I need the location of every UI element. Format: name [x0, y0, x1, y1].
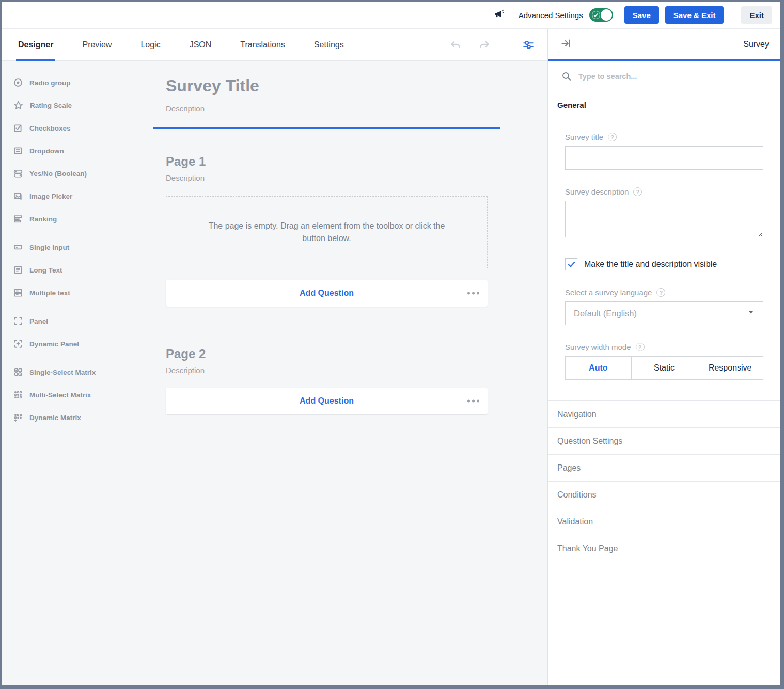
save-button[interactable]: Save [624, 6, 659, 24]
survey-language-label: Select a survey language ? [565, 288, 763, 297]
question-type-menu-icon[interactable] [467, 400, 479, 403]
save-and-exit-button[interactable]: Save & Exit [665, 6, 724, 24]
tab-settings[interactable]: Settings [312, 29, 346, 60]
help-icon: ? [608, 133, 617, 141]
collapse-panel-icon[interactable] [560, 38, 572, 51]
section-pages[interactable]: Pages [548, 455, 780, 482]
advanced-settings-label: Advanced Settings [519, 11, 583, 20]
toolbar-divider [507, 29, 507, 60]
toolbox-item-single-input[interactable]: Single input [13, 236, 149, 259]
toolbox-item-ranking[interactable]: Ranking [13, 207, 149, 230]
toggle-check-icon [592, 11, 600, 19]
boolean-icon [13, 169, 23, 178]
property-search-input[interactable] [578, 72, 780, 81]
property-panel-header: Survey [548, 29, 780, 61]
section-question-settings[interactable]: Question Settings [548, 428, 780, 455]
property-accordion: Navigation Question Settings Pages Condi… [548, 400, 780, 562]
exit-button[interactable]: Exit [741, 6, 772, 24]
property-panel: Survey General Survey title ? Survey des… [547, 29, 780, 685]
title-visibility-checkbox-row[interactable]: Make the title and description visible [565, 258, 763, 270]
toolbox-item-panel[interactable]: Panel [13, 310, 149, 332]
add-question-button[interactable]: Add Question [300, 289, 354, 298]
checkbox-checked-icon[interactable] [565, 258, 577, 270]
page-2-title[interactable]: Page 2 [166, 347, 500, 361]
page-2-add-question-card: Add Question [166, 388, 488, 414]
toolbox-item-checkboxes[interactable]: Checkboxes [13, 117, 149, 139]
page-1-title[interactable]: Page 1 [166, 154, 500, 169]
survey-description-input[interactable] [565, 201, 763, 237]
advanced-settings-toggle[interactable] [589, 8, 613, 22]
dropdown-icon [13, 146, 23, 155]
section-thank-you-page[interactable]: Thank You Page [548, 535, 780, 562]
tab-json[interactable]: JSON [187, 29, 214, 60]
image-picker-icon [13, 191, 23, 201]
undo-icon[interactable] [449, 29, 462, 60]
top-action-bar: Advanced Settings Save Save & Exit Exit [2, 2, 780, 29]
radio-group-icon [13, 78, 23, 87]
toolbox-item-rating-scale[interactable]: Rating Scale [13, 94, 149, 117]
toolbox-item-radio-group[interactable]: Radio group [13, 71, 149, 94]
page-1-empty-dropzone[interactable]: The page is empty. Drag an element from … [166, 196, 488, 268]
property-search-row [548, 61, 780, 92]
toolbox-item-long-text[interactable]: Long Text [13, 259, 149, 281]
section-general[interactable]: General [548, 92, 780, 118]
single-select-matrix-icon [13, 367, 23, 377]
general-section-content: Survey title ? Survey description ? Make… [548, 118, 780, 400]
dynamic-matrix-icon [13, 413, 23, 422]
ranking-icon [13, 214, 23, 223]
title-visibility-checkbox-label: Make the title and description visible [584, 260, 717, 269]
help-icon: ? [636, 343, 645, 351]
toolbox-item-dropdown[interactable]: Dropdown [13, 139, 149, 162]
toolbox-item-boolean[interactable]: Yes/No (Boolean) [13, 162, 149, 185]
page-2-block: Page 2 Description Add Question [153, 347, 500, 414]
help-icon: ? [633, 187, 642, 196]
multiple-text-icon [13, 288, 23, 297]
search-icon [561, 71, 572, 82]
tab-designer[interactable]: Designer [16, 29, 55, 60]
rating-scale-icon [13, 101, 23, 110]
tab-preview[interactable]: Preview [80, 29, 114, 60]
survey-width-mode-label: Survey width mode ? [565, 343, 763, 351]
toolbox-divider [13, 358, 37, 358]
add-question-button[interactable]: Add Question [300, 396, 354, 406]
survey-title[interactable]: Survey Title [166, 76, 500, 95]
property-grid-settings-icon[interactable] [522, 29, 535, 60]
page-2-description[interactable]: Description [166, 366, 500, 375]
redo-icon[interactable] [478, 29, 491, 60]
survey-description[interactable]: Description [166, 104, 500, 113]
chevron-down-icon [747, 309, 755, 318]
survey-language-select[interactable]: Default (English) [565, 301, 763, 325]
tab-logic[interactable]: Logic [138, 29, 162, 60]
toolbox-item-multiple-text[interactable]: Multiple text [13, 281, 149, 304]
toolbox-item-dynamic-panel[interactable]: Dynamic Panel [13, 332, 149, 355]
survey-description-label: Survey description ? [565, 187, 763, 196]
survey-canvas: Survey Title Description Page 1 Descript… [149, 61, 547, 685]
survey-title-input[interactable] [565, 146, 763, 170]
checkboxes-icon [13, 123, 23, 133]
survey-creator-window: Advanced Settings Save Save & Exit Exit … [2, 2, 780, 685]
toolbox-item-multi-select-matrix[interactable]: Multi-Select Matrix [13, 383, 149, 406]
section-navigation[interactable]: Navigation [548, 401, 780, 428]
width-mode-static-button[interactable]: Static [631, 357, 697, 379]
width-mode-auto-button[interactable]: Auto [566, 357, 631, 379]
toolbox-divider [13, 307, 37, 307]
design-surface: Radio group Rating Scale Checkboxes Drop… [2, 61, 547, 685]
section-validation[interactable]: Validation [548, 508, 780, 535]
page-1-block: Page 1 Description The page is empty. Dr… [153, 154, 500, 307]
page-1-description[interactable]: Description [166, 173, 500, 182]
survey-header-underline [153, 127, 500, 129]
toolbox-item-single-select-matrix[interactable]: Single-Select Matrix [13, 361, 149, 383]
toolbox-item-dynamic-matrix[interactable]: Dynamic Matrix [13, 406, 149, 429]
panel-icon [13, 316, 23, 326]
section-conditions[interactable]: Conditions [548, 482, 780, 508]
toolbox-item-image-picker[interactable]: Image Picker [13, 185, 149, 207]
tab-translations[interactable]: Translations [238, 29, 287, 60]
empty-page-hint: The page is empty. Drag an element from … [203, 220, 451, 245]
question-type-menu-icon[interactable] [467, 292, 479, 295]
dynamic-panel-icon [13, 339, 23, 348]
survey-title-label: Survey title ? [565, 133, 763, 141]
width-mode-responsive-button[interactable]: Responsive [697, 357, 763, 379]
survey-width-mode-group: Auto Static Responsive [565, 356, 763, 380]
creator-tab-bar: Designer Preview Logic JSON Translations… [2, 29, 547, 61]
survey-language-value: Default (English) [574, 309, 747, 318]
